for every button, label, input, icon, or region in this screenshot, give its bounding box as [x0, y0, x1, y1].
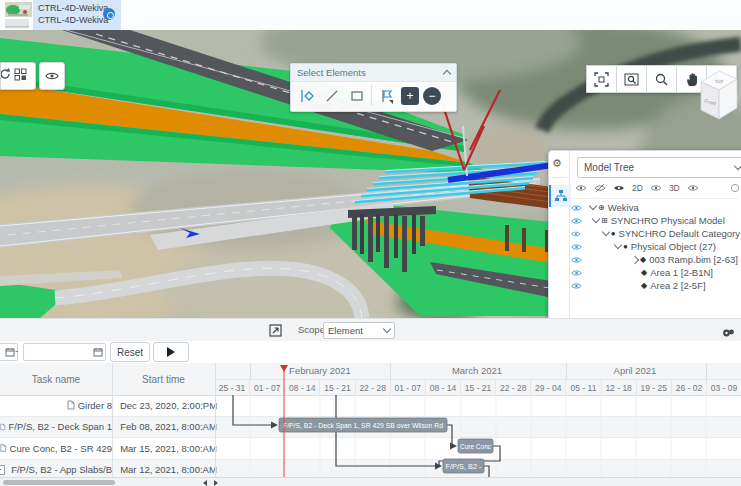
document-icon [67, 400, 75, 410]
tree-node-area2[interactable]: ◆ Area 2 [2-5F] [571, 279, 740, 292]
gantt-settings-icon[interactable] [722, 324, 735, 342]
project-thumbnail[interactable] [5, 2, 32, 17]
project-thumbnail-secondary[interactable] [5, 19, 29, 28]
model-icon: ⊕ [598, 203, 605, 212]
flag-select-tool[interactable] [376, 85, 397, 106]
node-eye-icon[interactable] [571, 269, 582, 277]
show-all-eye-icon[interactable] [575, 184, 587, 192]
scope-value: Element [328, 325, 363, 336]
bottom-scroll-strip [0, 477, 741, 486]
play-button[interactable] [153, 342, 189, 362]
tree-node-wekiva[interactable]: ⊕ Wekiva [571, 201, 740, 214]
reset-button[interactable]: Reset [110, 342, 150, 362]
node-label: 003 Ramp.bim [2-63] [649, 254, 738, 265]
tab-bar: CTRL-4D-Wekiva CTRL-4D-Wekiva [0, 0, 741, 31]
tree-node-area1[interactable]: ◆ Area 1 [2-B1N] [571, 266, 740, 279]
2d-label: 2D [632, 183, 643, 193]
3d-label: 3D [669, 183, 680, 193]
tree-node-physical-model[interactable]: ⊞ SYNCHRO Physical Model [571, 214, 740, 227]
node-eye-icon[interactable] [571, 230, 581, 238]
rectangle-select-tool[interactable] [346, 85, 372, 106]
expander-icon[interactable] [592, 215, 600, 223]
model-group-icon: ⊞ [601, 216, 608, 225]
2d-eye-icon[interactable] [650, 184, 662, 192]
node-eye-icon[interactable] [571, 204, 582, 212]
model-tree-tab[interactable] [549, 185, 571, 207]
3d-viewport[interactable]: Select Elements + − [0, 30, 741, 318]
column-header-start-time[interactable]: Start time [112, 363, 216, 395]
object-icon: ● [623, 242, 628, 251]
chevron-down-icon [383, 325, 391, 333]
node-label: Physical Object (27) [631, 241, 716, 252]
task-start-time: Mar 15, 2021, 8:00:AM [117, 438, 220, 459]
line-select-tool[interactable] [321, 85, 342, 106]
tab-title-line2: CTRL-4D-Wekiva [38, 15, 108, 25]
3d-eye-icon[interactable] [687, 184, 699, 192]
model-tree-list: ⊕ Wekiva ⊞ SYNCHRO Physical Model ● SYNC… [571, 201, 740, 292]
panel-side-strip: ⚙ [549, 151, 570, 318]
tree-hierarchy-icon [555, 190, 567, 202]
synchro-4d-app: CTRL-4D-Wekiva CTRL-4D-Wekiva [0, 0, 741, 486]
task-name: F/P/S, B2 - Deck Span 1 [9, 421, 113, 432]
node-label: Wekiva [608, 202, 639, 213]
scope-select[interactable]: Element [323, 322, 395, 339]
gantt-chart-overlay: F/P/S, B2 - Deck Span 1, SR 429 SB over … [215, 363, 741, 477]
cube-top-label: Top [714, 77, 723, 84]
remove-selection-button[interactable]: − [423, 87, 441, 105]
tab-title-line1: CTRL-4D-Wekiva [38, 3, 108, 13]
navigation-cube[interactable]: Top Front [698, 66, 741, 126]
pick-element-tool[interactable] [296, 85, 317, 106]
element-icon: ◆ [640, 255, 646, 264]
node-eye-icon[interactable] [571, 243, 582, 251]
category-icon: ● [611, 229, 616, 238]
isolate-icon[interactable] [613, 184, 625, 192]
sync-status-badge-icon[interactable] [103, 8, 115, 20]
tree-node-default-category[interactable]: ● SYNCHRO Default Category [571, 227, 740, 240]
document-icon [0, 443, 7, 453]
expander-icon[interactable] [601, 228, 609, 236]
viewport-toolbar-left [0, 62, 65, 90]
time-cursor-handle-icon[interactable] [280, 365, 288, 372]
expander-icon[interactable] [614, 241, 622, 249]
model-tree-selector[interactable]: Model Tree [577, 157, 741, 178]
collapse-icon[interactable] [0, 465, 5, 475]
node-label: SYNCHRO Default Category [619, 228, 740, 239]
column-divider [112, 363, 113, 477]
gear-icon[interactable]: ⚙ [552, 157, 562, 170]
add-selection-button[interactable]: + [401, 87, 419, 105]
bar-label: F/P/S, B2 - Deck Span 1, SR 429 SB over … [283, 421, 443, 430]
task-name: F/P/S, B2 - App Slabs/B [11, 464, 112, 475]
render-view-icon[interactable] [269, 323, 282, 341]
more-options-icon[interactable] [730, 183, 740, 193]
layout-grid-icon[interactable] [13, 67, 28, 86]
chevron-down-icon [734, 162, 741, 170]
node-eye-icon[interactable] [571, 217, 582, 225]
node-eye-icon[interactable] [571, 256, 582, 264]
node-label: Area 1 [2-B1N] [650, 267, 713, 278]
element-icon: ◆ [641, 281, 647, 290]
visibility-button[interactable] [39, 62, 65, 90]
refresh-icon[interactable] [0, 66, 13, 86]
zoom-window-button[interactable] [616, 65, 647, 93]
column-header-task-name[interactable]: Task name [0, 363, 113, 395]
task-start-time: Feb 08, 2021, 8:00:AM [117, 417, 220, 438]
scroll-right-icon[interactable] [214, 480, 218, 486]
table-horizontal-scrollbar[interactable] [3, 480, 115, 485]
fit-view-button[interactable] [586, 65, 617, 93]
expander-icon[interactable] [589, 202, 597, 210]
scroll-left-icon[interactable] [203, 480, 207, 486]
date-to-input[interactable] [23, 343, 106, 361]
tree-node-physical-object[interactable]: ● Physical Object (27) [571, 240, 740, 253]
expander-icon[interactable] [631, 255, 639, 263]
view-mode-group [0, 62, 36, 90]
tree-node-ramp[interactable]: ◆ 003 Ramp.bim [2-63] [571, 253, 740, 266]
node-eye-icon[interactable] [571, 282, 582, 290]
node-label: Area 2 [2-5F] [650, 280, 705, 291]
calendar-icon [93, 347, 103, 357]
task-name: Cure Conc, B2 - SR 429 [10, 443, 112, 454]
hide-all-eye-off-icon[interactable] [594, 184, 606, 193]
task-name: Girder 8 [78, 400, 112, 411]
model-tree-toolbar: 2D 3D [575, 181, 740, 195]
zoom-button[interactable] [646, 65, 677, 93]
collapse-chevron-icon[interactable] [443, 70, 451, 78]
